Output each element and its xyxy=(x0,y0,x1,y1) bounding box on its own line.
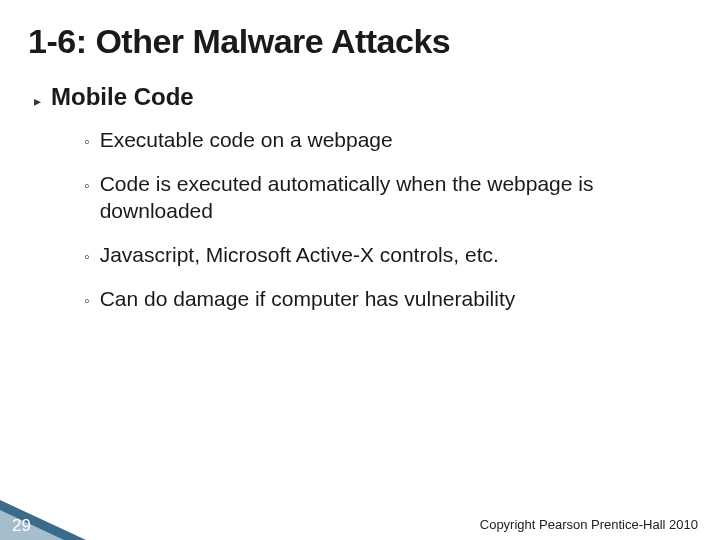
circle-bullet-icon: ◦ xyxy=(84,133,90,151)
bullet-main: ▸ Mobile Code xyxy=(28,83,692,111)
sub-bullet: ◦ Javascript, Microsoft Active-X control… xyxy=(84,242,692,268)
circle-bullet-icon: ◦ xyxy=(84,248,90,266)
triangle-bullet-icon: ▸ xyxy=(34,93,41,109)
slide-title: 1-6: Other Malware Attacks xyxy=(28,22,692,61)
sub-bullet-text: Can do damage if computer has vulnerabil… xyxy=(100,286,516,312)
circle-bullet-icon: ◦ xyxy=(84,177,90,195)
sub-bullet-text: Code is executed automatically when the … xyxy=(100,171,692,224)
sub-bullet-text: Executable code on a webpage xyxy=(100,127,393,153)
sub-bullet: ◦ Executable code on a webpage xyxy=(84,127,692,153)
sub-bullet-text: Javascript, Microsoft Active-X controls,… xyxy=(100,242,499,268)
bullet-main-text: Mobile Code xyxy=(51,83,194,111)
triangle-light-icon xyxy=(0,510,64,540)
circle-bullet-icon: ◦ xyxy=(84,292,90,310)
page-number-decor: 29 xyxy=(0,500,90,540)
sub-bullet: ◦ Code is executed automatically when th… xyxy=(84,171,692,224)
copyright-text: Copyright Pearson Prentice-Hall 2010 xyxy=(480,517,698,532)
page-number: 29 xyxy=(12,516,31,536)
slide: 1-6: Other Malware Attacks ▸ Mobile Code… xyxy=(0,0,720,540)
sub-bullet-list: ◦ Executable code on a webpage ◦ Code is… xyxy=(28,127,692,312)
sub-bullet: ◦ Can do damage if computer has vulnerab… xyxy=(84,286,692,312)
